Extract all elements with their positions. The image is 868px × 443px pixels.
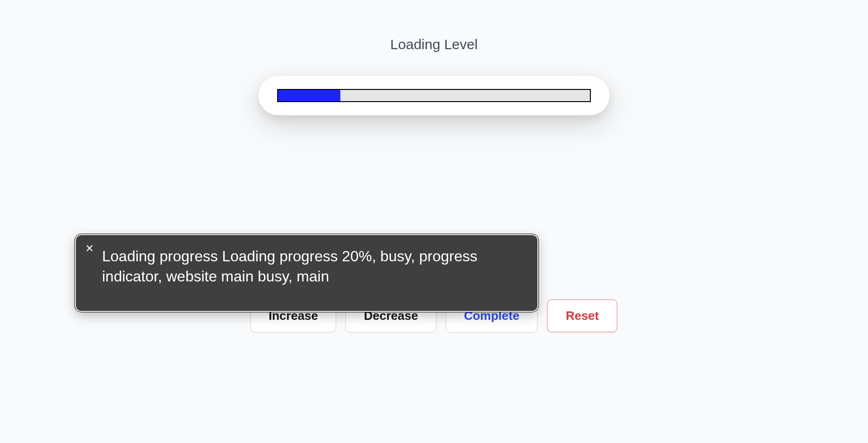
close-icon[interactable]: ✕ bbox=[85, 244, 94, 254]
reset-button[interactable]: Reset bbox=[547, 299, 618, 332]
accessibility-tooltip: ✕ Loading progress Loading progress 20%,… bbox=[75, 234, 538, 312]
progress-bar bbox=[277, 89, 591, 102]
progress-bar-fill bbox=[278, 90, 340, 101]
progress-card bbox=[258, 76, 610, 115]
tooltip-text: Loading progress Loading progress 20%, b… bbox=[102, 248, 478, 285]
page-title: Loading Level bbox=[0, 0, 868, 52]
